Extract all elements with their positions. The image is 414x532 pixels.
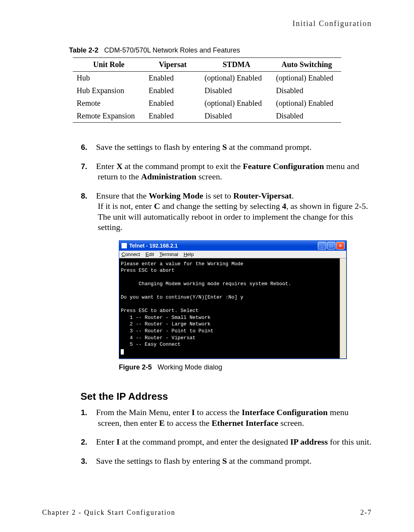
table-row: Hub Expansion Enabled Disabled Disabled [73, 84, 341, 97]
cell: (optional) Enabled [272, 97, 341, 110]
telnet-title: Telnet - 192.168.2.1 [129, 243, 178, 249]
step-b2: 2. Enter I at the command prompt, and en… [98, 437, 372, 447]
figure-label: Figure 2-5 [119, 363, 152, 371]
th-unit-role: Unit Role [73, 58, 145, 72]
table-caption-label: Table 2-2 [69, 46, 99, 54]
page-header: Initial Configuration [42, 19, 372, 28]
telnet-text: Please enter a value for the Working Mod… [121, 261, 291, 348]
page-footer: Chapter 2 - Quick Start Configuration 2-… [42, 509, 372, 517]
telnet-body[interactable]: Please enter a value for the Working Mod… [119, 258, 346, 359]
table-caption-text: CDM-570/570L Network Roles and Features [104, 46, 240, 54]
th-auto-switching: Auto Switching [272, 58, 341, 72]
menu-terminal[interactable]: Terminal [159, 251, 178, 257]
figure-text: Working Mode dialog [158, 363, 222, 371]
cell: Hub [73, 72, 145, 85]
th-stdma: STDMA [201, 58, 273, 72]
roles-table: Unit Role Vipersat STDMA Auto Switching … [73, 57, 341, 123]
cell: Remote [73, 97, 145, 110]
telnet-window: Telnet - 192.168.2.1 _ □ × Connect Edit … [119, 240, 347, 359]
menu-edit[interactable]: Edit [145, 251, 154, 257]
maximize-button[interactable]: □ [327, 242, 335, 250]
minimize-button[interactable]: _ [318, 242, 326, 250]
cell: Enabled [145, 97, 201, 110]
cell: (optional) Enabled [201, 72, 273, 85]
step-6: 6. Save the settings to flash by enterin… [98, 142, 372, 153]
menu-connect[interactable]: Connect [122, 251, 140, 257]
cell: Remote Expansion [73, 110, 145, 123]
section-set-ip-address: Set the IP Address [80, 391, 372, 402]
step-8: 8. Ensure that the Working Mode is set t… [98, 190, 372, 233]
step-b3: 3. Save the settings to flash by enterin… [98, 456, 372, 466]
table-row: Hub Enabled (optional) Enabled (optional… [73, 72, 341, 85]
cell: Disabled [272, 110, 341, 123]
cell: (optional) Enabled [201, 97, 273, 110]
step-7: 7. Enter X at the command prompt to exit… [98, 161, 372, 182]
table-row: Remote Enabled (optional) Enabled (optio… [73, 97, 341, 110]
table-row: Remote Expansion Enabled Disabled Disabl… [73, 110, 341, 123]
telnet-app-icon [122, 243, 127, 248]
cell: Disabled [201, 110, 273, 123]
telnet-scrollbar[interactable] [340, 258, 346, 359]
th-vipersat: Vipersat [145, 58, 201, 72]
cell: Enabled [145, 110, 201, 123]
telnet-menubar: Connect Edit Terminal Help [119, 251, 346, 258]
step-b1: 1. From the Main Menu, enter I to access… [98, 407, 372, 428]
close-button[interactable]: × [336, 242, 345, 250]
table-caption: Table 2-2 CDM-570/570L Network Roles and… [69, 46, 372, 54]
cursor-icon [121, 349, 124, 355]
cell: Disabled [272, 84, 341, 97]
cell: Disabled [201, 84, 273, 97]
footer-right: 2-7 [360, 509, 372, 517]
figure-caption: Figure 2-5 Working Mode dialog [119, 363, 372, 371]
cell: Enabled [145, 72, 201, 85]
cell: Enabled [145, 84, 201, 97]
menu-help[interactable]: Help [184, 251, 194, 257]
footer-left: Chapter 2 - Quick Start Configuration [42, 509, 175, 517]
cell: Hub Expansion [73, 84, 145, 97]
cell: (optional) Enabled [272, 72, 341, 85]
telnet-titlebar: Telnet - 192.168.2.1 _ □ × [119, 241, 346, 251]
